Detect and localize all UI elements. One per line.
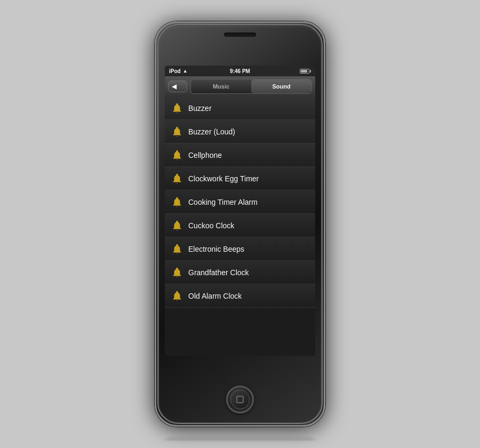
- bell-icon: [171, 196, 183, 208]
- status-time: 9:46 PM: [230, 68, 250, 74]
- list-item[interactable]: Grandfather Clock: [165, 261, 315, 284]
- bell-icon: [171, 243, 183, 255]
- list-item[interactable]: Clockwork Egg Timer: [165, 167, 315, 190]
- bell-icon: [171, 126, 183, 138]
- home-square-icon: [236, 396, 244, 403]
- bell-icon: [171, 149, 183, 161]
- item-label: Buzzer: [188, 104, 309, 113]
- phone-shell: iPod ▲ 9:46 PM: [155, 21, 325, 427]
- list-item[interactable]: Buzzer (Loud): [165, 120, 315, 143]
- home-button[interactable]: [226, 386, 254, 413]
- tab-music[interactable]: Music: [191, 79, 251, 93]
- bell-icon: [171, 102, 183, 114]
- list-item[interactable]: Old Alarm Clock: [165, 284, 315, 308]
- item-label: Clockwork Egg Timer: [188, 174, 309, 183]
- wifi-icon: ▲: [183, 68, 188, 74]
- bell-icon: [171, 220, 183, 231]
- tab-sound[interactable]: Sound: [251, 79, 311, 93]
- list-item[interactable]: Cuckoo Clock: [165, 214, 315, 237]
- bell-icon: [171, 267, 183, 278]
- battery-indicator: [300, 69, 311, 74]
- item-label: Cellphone: [188, 151, 309, 159]
- screen: iPod ▲ 9:46 PM: [165, 66, 315, 356]
- phone-reflection: [165, 434, 315, 441]
- nav-bar: ◀ Music Sound: [165, 76, 315, 97]
- ipod-label: iPod: [169, 68, 181, 74]
- bell-icon: [171, 290, 183, 302]
- list-item[interactable]: Cellphone: [165, 143, 315, 167]
- list-item[interactable]: Cooking Timer Alarm: [165, 190, 315, 214]
- back-arrow-icon: ◀: [172, 83, 177, 90]
- status-bar: iPod ▲ 9:46 PM: [165, 66, 315, 76]
- status-left: iPod ▲: [169, 68, 188, 74]
- speaker: [224, 33, 256, 37]
- tab-group: Music Sound: [190, 79, 312, 94]
- home-button-inner: [230, 390, 250, 409]
- phone-device: iPod ▲ 9:46 PM: [155, 21, 325, 427]
- sound-list: Buzzer Buzzer (Loud) Cellphone: [165, 97, 315, 356]
- item-label: Cooking Timer Alarm: [188, 198, 309, 206]
- item-label: Buzzer (Loud): [188, 127, 309, 136]
- bell-icon: [171, 173, 183, 185]
- back-button[interactable]: ◀: [168, 81, 187, 92]
- list-item[interactable]: Buzzer: [165, 97, 315, 120]
- list-item[interactable]: Electronic Beeps: [165, 237, 315, 261]
- item-label: Electronic Beeps: [188, 245, 309, 253]
- item-label: Cuckoo Clock: [188, 221, 309, 230]
- item-label: Grandfather Clock: [188, 268, 309, 277]
- item-label: Old Alarm Clock: [188, 292, 309, 300]
- status-right: [300, 69, 311, 74]
